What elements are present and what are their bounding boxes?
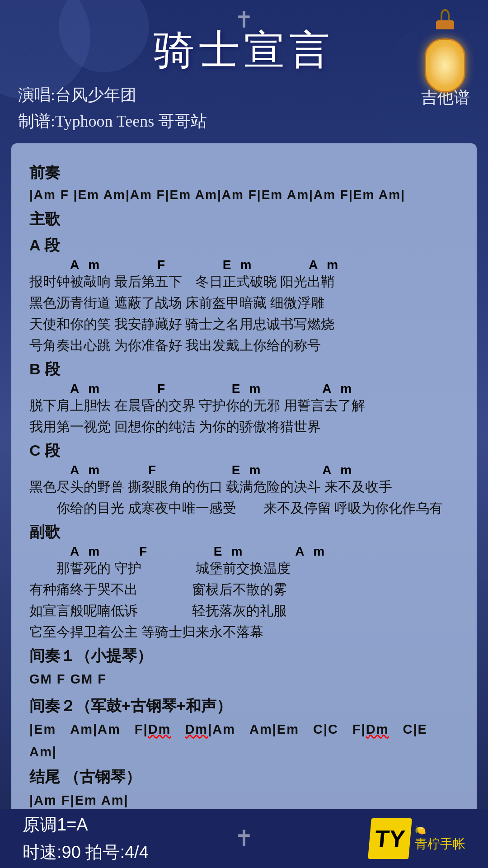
interlude1-label: 间奏１（小提琴） — [29, 646, 459, 666]
lantern-handle — [441, 9, 450, 20]
chorus-lyric-3: 如宣言般呢喃低诉 轻抚落灰的礼服 — [29, 600, 459, 621]
chorus-lyric-1: 那誓死的 守护 城堡前交换温度 — [29, 558, 459, 578]
c-lyric-1: 黑色尽头的野兽 撕裂眼角的伤口 载满危险的决斗 来不及收手 — [29, 476, 459, 497]
chorus-lyric-4: 它至今捍卫着公主 等骑士归来永不落幕 — [29, 622, 459, 642]
a-section-label: A 段 — [29, 235, 459, 256]
subtitle-area: 演唱:台风少年团 制谱:Typhoon Teens 哥哥站 吉他谱 — [18, 82, 470, 134]
intro-chords: |Am F |Em Am|Am F|Em Am|Am F|Em Am|Am F|… — [29, 185, 459, 205]
song-meta: 原调1=A 时速:90 拍号:4/4 — [23, 811, 149, 866]
brand-text: 青柠手帐 — [415, 835, 465, 853]
original-key: 原调1=A — [23, 811, 149, 839]
b-chords: Am F Em Am — [29, 382, 459, 396]
c-section-label: C 段 — [29, 440, 459, 461]
tempo-time: 时速:90 拍号:4/4 — [23, 839, 149, 866]
brand-logo: TY 🍋 青柠手帐 — [370, 818, 465, 859]
a-lyric-4: 号角奏出心跳 为你准备好 我出发戴上你给的称号 — [29, 335, 459, 355]
c-lyric-2: 你给的目光 成寒夜中唯一感受 来不及停留 呼吸为你化作乌有 — [29, 498, 459, 518]
wavy-dm1: Dm — [148, 722, 171, 736]
lantern-top — [436, 20, 454, 29]
a-lyric-1: 报时钟被敲响 最后第五下 冬日正式破晓 阳光出鞘 — [29, 271, 459, 292]
outro-label: 结尾 （古钢琴） — [29, 767, 459, 788]
cross-top: ✝ — [235, 7, 253, 33]
wavy-dm3: Dm — [366, 722, 389, 736]
bottom-bar: ✝ 原调1=A 时速:90 拍号:4/4 TY 🍋 青柠手帐 — [0, 809, 488, 868]
a-lyric-2: 黑色沥青街道 遮蔽了战场 床前盔甲暗藏 细微浮雕 — [29, 292, 459, 313]
chorus-chords: Am F Em Am — [29, 544, 459, 559]
brand-name: 🍋 青柠手帐 — [415, 825, 465, 853]
outro-chords: |Am F|Em Am| — [29, 789, 459, 811]
artist-label: 演唱:台风少年团 — [18, 82, 207, 108]
cross-bottom: ✝ — [235, 826, 253, 852]
interlude2-chords: |Em Am|Am F|Dm Dm|Am Am|Em C|C F|Dm C|E … — [29, 718, 459, 763]
chorus-label: 副歌 — [29, 522, 459, 542]
chorus-lyric-2: 有种痛终于哭不出 窗棂后不散的雾 — [29, 579, 459, 599]
interlude2-label: 间奏２（军鼓+古钢琴+和声） — [29, 696, 459, 717]
interlude1-chords: GM F GM F — [29, 668, 459, 690]
wavy-dm2: Dm — [185, 722, 208, 736]
brand-icon-circle: 🍋 — [415, 825, 465, 835]
lantern-body — [425, 38, 465, 93]
a-chords: Am F Em Am — [29, 258, 459, 272]
b-lyric-1: 脱下肩上胆怯 在晨昏的交界 守护你的无邪 用誓言去了解 — [29, 395, 459, 415]
transcriber-label: 制谱:Typhoon Teens 哥哥站 — [18, 108, 207, 135]
a-lyric-3: 天使和你的笑 我安静藏好 骑士之名用忠诚书写燃烧 — [29, 314, 459, 334]
header: ✝ 骑士宣言 演唱:台风少年团 制谱:Typhoon Teens 哥哥站 吉他谱 — [0, 0, 488, 143]
ty-box: TY — [368, 818, 412, 859]
c-chords: Am F Em Am — [29, 463, 459, 477]
b-section-label: B 段 — [29, 359, 459, 380]
b-lyric-2: 我用第一视觉 回想你的纯洁 为你的骄傲将猎世界 — [29, 416, 459, 437]
sheet-music-area: 前奏 |Am F |Em Am|Am F|Em Am|Am F|Em Am|Am… — [11, 143, 477, 825]
artist-info: 演唱:台风少年团 制谱:Typhoon Teens 哥哥站 — [18, 82, 207, 134]
intro-label: 前奏 — [29, 162, 459, 183]
lantern-decoration — [416, 9, 474, 86]
ty-text: TY — [374, 825, 406, 852]
main-section-label: 主歌 — [29, 209, 459, 230]
